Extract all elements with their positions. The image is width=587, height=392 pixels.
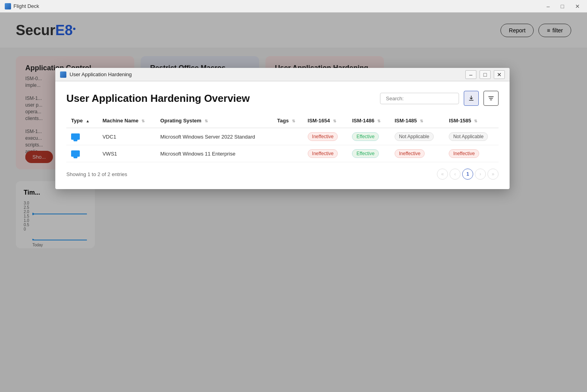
row2-ism1486-badge: Effective [352, 149, 379, 158]
col-ism1654-label: ISM-1654 [308, 118, 330, 124]
col-os[interactable]: Oprating System ⇅ [156, 114, 273, 128]
modal-header-row: User Application Hardening Overview [66, 91, 499, 106]
window-controls[interactable]: – □ ✕ [544, 2, 582, 10]
row2-machine-name-val: VWS1 [102, 151, 117, 157]
modal-icon [60, 71, 66, 78]
col-tags[interactable]: Tags ⇅ [273, 114, 303, 128]
col-type-label: Type [71, 118, 83, 124]
modal-close-btn[interactable]: ✕ [494, 70, 505, 79]
table-head: Type ▲ Machine Name ⇅ Oprating System ⇅ [66, 114, 499, 128]
row1-machine-name: VDC1 [98, 128, 155, 145]
modal-minimize-btn[interactable]: – [465, 70, 476, 79]
data-table: Type ▲ Machine Name ⇅ Oprating System ⇅ [66, 114, 499, 162]
row2-ism1585: Ineffective [444, 145, 499, 162]
close-btn[interactable]: ✕ [573, 2, 582, 10]
table-row: VWS1 Microsoft Windows 11 Enterprise Ine… [66, 145, 499, 162]
col-ism1485-sort: ⇅ [420, 119, 423, 123]
row2-os-val: Microsoft Windows 11 Enterprise [160, 151, 235, 157]
app-body: SecurE8 Report ≡ filter Application Cont… [0, 13, 587, 392]
page-last-btn[interactable]: » [487, 169, 499, 180]
app-title: Flight Deck [13, 3, 39, 9]
app-icon [5, 3, 11, 9]
col-os-label: Oprating System [160, 118, 201, 124]
modal-content: User Application Hardening Overview [55, 81, 510, 189]
modal-titlebar: User Application Hardening – □ ✕ [55, 68, 510, 81]
table-body: VDC1 Microsoft Windows Server 2022 Stand… [66, 128, 499, 162]
col-ism1485[interactable]: ISM-1485 ⇅ [390, 114, 444, 128]
row2-ism1485-badge: Ineffective [395, 149, 425, 158]
row1-ism1485: Not Applicable [390, 128, 444, 145]
row1-os-val: Microsoft Windows Server 2022 Standard [160, 134, 255, 140]
desktop-icon-1 [71, 133, 80, 140]
pagination-row: Showing 1 to 2 of 2 entries « ‹ 1 › » [66, 169, 499, 180]
modal-title: User Application Hardening Overview [66, 92, 250, 105]
row1-ism1585-badge: Not Applicable [449, 132, 488, 141]
col-ism1585-sort: ⇅ [474, 119, 477, 123]
row2-ism1654: Ineffective [303, 145, 348, 162]
row1-ism1654: Ineffective [303, 128, 348, 145]
pagination-controls[interactable]: « ‹ 1 › » [437, 169, 499, 180]
row1-ism1585: Not Applicable [444, 128, 499, 145]
pagination-showing: Showing 1 to 2 of 2 entries [66, 171, 127, 177]
col-ism1486-sort: ⇅ [377, 119, 380, 123]
modal-maximize-btn[interactable]: □ [480, 70, 491, 79]
page-next-btn[interactable]: › [475, 169, 486, 180]
filter-table-button[interactable] [484, 91, 499, 106]
row1-tags [273, 128, 303, 145]
row2-machine-name: VWS1 [98, 145, 155, 162]
col-machine-name-label: Machine Name [102, 118, 138, 124]
row1-ism1486: Effective [347, 128, 390, 145]
col-ism1585-label: ISM-1585 [449, 118, 471, 124]
col-type[interactable]: Type ▲ [66, 114, 98, 128]
col-ism1486[interactable]: ISM-1486 ⇅ [347, 114, 390, 128]
col-machine-name[interactable]: Machine Name ⇅ [98, 114, 155, 128]
row1-machine-name-val: VDC1 [102, 134, 116, 140]
modal-window: User Application Hardening – □ ✕ User Ap… [55, 68, 510, 189]
filter-icon [488, 95, 494, 101]
row1-ism1654-badge: Ineffective [308, 132, 338, 141]
col-machine-name-sort: ⇅ [141, 119, 145, 123]
modal-controls[interactable]: – □ ✕ [465, 70, 505, 79]
page-first-btn[interactable]: « [437, 169, 448, 180]
row2-os: Microsoft Windows 11 Enterprise [156, 145, 273, 162]
col-os-sort: ⇅ [205, 119, 208, 123]
row1-type [66, 128, 98, 145]
col-tags-sort: ⇅ [292, 119, 295, 123]
row2-ism1654-badge: Ineffective [308, 149, 338, 158]
row2-type [66, 145, 98, 162]
row1-ism1485-badge: Not Applicable [395, 132, 434, 141]
col-ism1654-sort: ⇅ [333, 119, 336, 123]
download-icon [468, 95, 474, 101]
modal-header-actions [380, 91, 499, 106]
search-input[interactable] [380, 93, 459, 104]
maximize-btn[interactable]: □ [559, 2, 566, 10]
table-header-row: Type ▲ Machine Name ⇅ Oprating System ⇅ [66, 114, 499, 128]
app-title-bar: Flight Deck – □ ✕ [0, 0, 587, 13]
row2-ism1485: Ineffective [390, 145, 444, 162]
col-ism1486-label: ISM-1486 [352, 118, 374, 124]
row1-ism1486-badge: Effective [352, 132, 379, 141]
col-type-sort: ▲ [86, 119, 90, 123]
row1-os: Microsoft Windows Server 2022 Standard [156, 128, 273, 145]
row2-ism1486: Effective [347, 145, 390, 162]
minimize-btn[interactable]: – [544, 2, 552, 10]
col-tags-label: Tags [277, 118, 289, 124]
desktop-icon-2 [71, 150, 80, 157]
page-1-btn[interactable]: 1 [462, 169, 473, 180]
table-row: VDC1 Microsoft Windows Server 2022 Stand… [66, 128, 499, 145]
download-button[interactable] [464, 91, 479, 106]
col-ism1585[interactable]: ISM-1585 ⇅ [444, 114, 499, 128]
modal-titlebar-title: User Application Hardening [70, 71, 465, 77]
page-prev-btn[interactable]: ‹ [450, 169, 461, 180]
row2-tags [273, 145, 303, 162]
col-ism1654[interactable]: ISM-1654 ⇅ [303, 114, 348, 128]
col-ism1485-label: ISM-1485 [395, 118, 417, 124]
row2-ism1585-badge: Ineffective [449, 149, 479, 158]
